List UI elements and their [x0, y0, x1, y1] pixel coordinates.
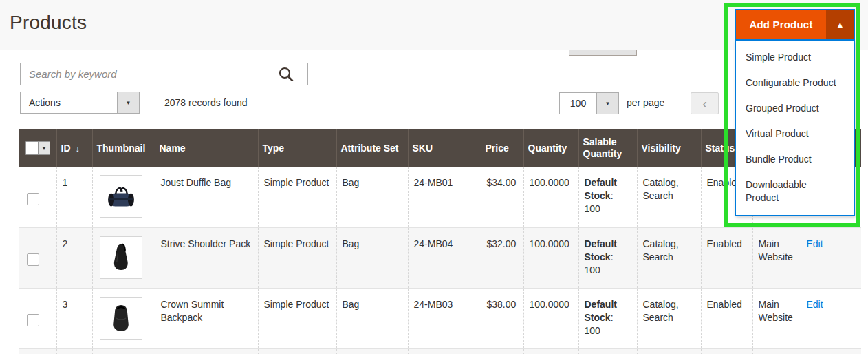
header-attribute-set[interactable]: Attribute Set — [336, 129, 408, 167]
previous-page-button[interactable]: ‹ — [691, 92, 719, 114]
cell-price: $34.00 — [481, 167, 523, 227]
cell-sku: 24-MB03 — [408, 288, 481, 348]
per-page-select[interactable]: 100 ▼ — [559, 92, 619, 114]
cell-quantity: 100.0000 — [523, 227, 578, 288]
table-row-clipped — [19, 348, 861, 354]
cell-id: 2 — [56, 227, 92, 288]
chevron-left-icon: ‹ — [702, 96, 707, 112]
header-quantity[interactable]: Quantity — [523, 129, 578, 167]
header-select-all: ▼ — [19, 129, 56, 167]
header-id[interactable]: ID ↓ — [56, 129, 92, 167]
shoulder-pack-image — [100, 236, 142, 279]
cell-type: Simple Product — [258, 288, 336, 348]
toolbar-button-partial[interactable] — [569, 50, 637, 56]
cell-status: Enabled — [701, 288, 752, 348]
cell-name: Crown Summit Backpack — [155, 288, 258, 348]
cell-quantity: 100.0000 — [523, 288, 578, 348]
actions-select-label: Actions — [21, 92, 117, 113]
cell-name: Joust Duffle Bag — [155, 167, 258, 227]
header-sku[interactable]: SKU — [408, 129, 481, 167]
menu-item-simple-product[interactable]: Simple Product — [736, 45, 854, 70]
cell-id: 3 — [56, 288, 92, 348]
row-checkbox[interactable] — [27, 253, 39, 266]
records-count: 2078 records found — [164, 97, 248, 108]
cell-visibility: Catalog, Search — [637, 227, 701, 288]
cell-quantity: 100.0000 — [523, 167, 578, 227]
search-icon[interactable] — [277, 65, 295, 83]
cell-salable-quantity: Default Stock: 100 — [578, 288, 637, 348]
header-visibility[interactable]: Visibility — [637, 129, 701, 167]
cell-sku: 24-MB04 — [408, 227, 481, 288]
cell-thumbnail — [92, 227, 155, 288]
cell-action: Edit — [801, 227, 861, 288]
cell-visibility: Catalog, Search — [637, 167, 701, 227]
menu-item-virtual-product[interactable]: Virtual Product — [736, 121, 854, 147]
cell-thumbnail — [92, 167, 155, 227]
cell-checkbox — [19, 227, 56, 288]
cell-attribute-set: Bag — [336, 167, 408, 227]
search-input[interactable] — [20, 63, 308, 85]
header-type[interactable]: Type — [258, 129, 336, 167]
backpack-image — [100, 297, 142, 340]
cell-checkbox — [19, 167, 56, 227]
menu-item-bundle-product[interactable]: Bundle Product — [736, 147, 854, 172]
cell-attribute-set: Bag — [336, 288, 408, 348]
table-row: 3 Crown Summit Backpack Simple Product B… — [19, 288, 861, 348]
cell-websites: Main Website — [752, 288, 801, 348]
cell-sku: 24-MB01 — [408, 167, 481, 227]
header-price[interactable]: Price — [481, 129, 523, 167]
row-checkbox[interactable] — [27, 193, 39, 205]
sort-descending-icon: ↓ — [76, 143, 80, 154]
table-row: 2 Strive Shoulder Pack Simple Product Ba… — [19, 227, 861, 288]
cell-type: Simple Product — [258, 227, 336, 288]
edit-link[interactable]: Edit — [807, 238, 823, 249]
menu-item-downloadable-product[interactable]: Downloadable Product — [736, 172, 854, 211]
cell-websites: Main Website — [752, 227, 801, 288]
cell-action: Edit — [801, 288, 861, 348]
duffle-bag-image — [100, 175, 142, 218]
cell-type: Simple Product — [258, 167, 336, 227]
chevron-up-icon: ▲ — [836, 20, 845, 30]
per-page-value: 100 — [560, 93, 596, 114]
cell-price: $38.00 — [481, 288, 523, 348]
header-name[interactable]: Name — [155, 129, 258, 167]
select-arrow-icon: ▼ — [596, 93, 618, 114]
cell-name: Strive Shoulder Pack — [155, 227, 258, 288]
per-page-label: per page — [627, 97, 664, 108]
page-title: Products — [10, 12, 87, 34]
edit-link[interactable]: Edit — [807, 299, 823, 310]
cell-status: Enabled — [701, 227, 752, 288]
menu-item-configurable-product[interactable]: Configurable Product — [736, 70, 854, 96]
add-product-split-button: Add Product ▲ — [735, 9, 855, 40]
header-salable-quantity[interactable]: Salable Quantity — [578, 129, 637, 167]
select-all-arrow-icon[interactable]: ▼ — [38, 142, 50, 154]
add-product-menu: Simple Product Configurable Product Grou… — [735, 40, 855, 216]
add-product-toggle[interactable]: ▲ — [826, 10, 854, 39]
menu-item-grouped-product[interactable]: Grouped Product — [736, 96, 854, 121]
cell-salable-quantity: Default Stock: 100 — [578, 227, 637, 288]
cell-id: 1 — [56, 167, 92, 227]
add-product-button[interactable]: Add Product — [736, 10, 826, 39]
actions-select[interactable]: Actions ▼ — [20, 92, 140, 114]
cell-thumbnail — [92, 288, 155, 348]
cell-attribute-set: Bag — [336, 227, 408, 288]
header-thumbnail[interactable]: Thumbnail — [92, 129, 155, 167]
cell-salable-quantity: Default Stock: 100 — [578, 167, 637, 227]
cell-checkbox — [19, 288, 56, 348]
select-all-control[interactable]: ▼ — [25, 141, 50, 155]
row-checkbox[interactable] — [27, 314, 39, 326]
select-all-checkbox[interactable] — [26, 142, 38, 154]
cell-price: $32.00 — [481, 227, 523, 288]
cell-visibility: Catalog, Search — [637, 288, 701, 348]
select-arrow-icon: ▼ — [117, 92, 139, 113]
